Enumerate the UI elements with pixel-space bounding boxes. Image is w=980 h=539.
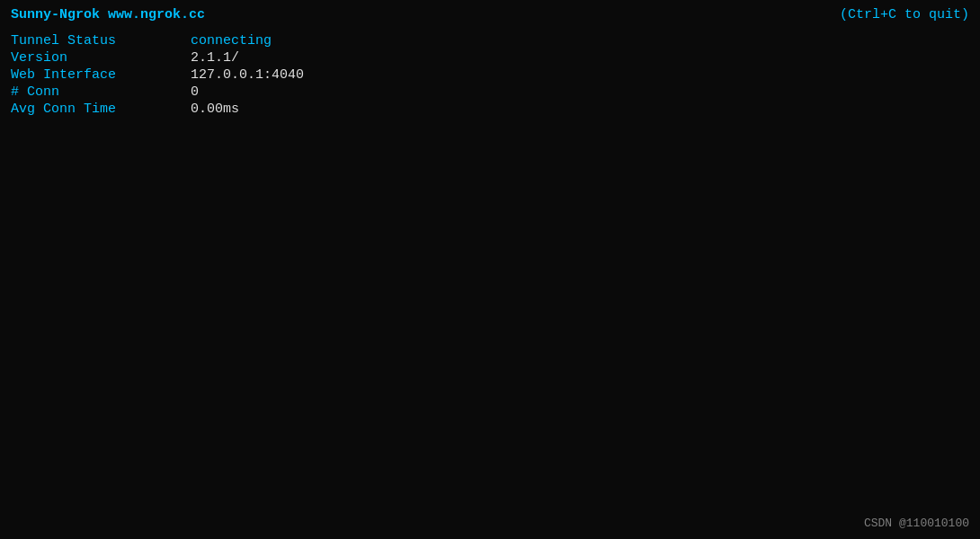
info-table: Tunnel Status connecting Version 2.1.1/ … (11, 33, 304, 119)
terminal-window: Sunny-Ngrok www.ngrok.cc (Ctrl+C to quit… (0, 0, 980, 539)
version-row: Version 2.1.1/ (11, 50, 304, 67)
avg-conn-time-value: 0.00ms (191, 102, 304, 119)
quit-hint: (Ctrl+C to quit) (840, 7, 969, 22)
web-interface-label: Web Interface (11, 67, 191, 84)
tunnel-status-value: connecting (191, 33, 304, 50)
conn-count-row: # Conn 0 (11, 84, 304, 102)
tunnel-status-row: Tunnel Status connecting (11, 33, 304, 50)
version-label: Version (11, 50, 191, 67)
avg-conn-time-row: Avg Conn Time 0.00ms (11, 102, 304, 119)
web-interface-value: 127.0.0.1:4040 (191, 67, 304, 84)
avg-conn-time-label: Avg Conn Time (11, 102, 191, 119)
header-row: Sunny-Ngrok www.ngrok.cc (Ctrl+C to quit… (11, 7, 969, 22)
conn-count-value: 0 (191, 84, 304, 102)
footer-text: CSDN @110010100 (864, 517, 969, 530)
footer: CSDN @110010100 (864, 517, 969, 530)
tunnel-status-label: Tunnel Status (11, 33, 191, 50)
web-interface-row: Web Interface 127.0.0.1:4040 (11, 67, 304, 84)
conn-count-label: # Conn (11, 84, 191, 102)
app-title: Sunny-Ngrok www.ngrok.cc (11, 7, 205, 22)
version-value: 2.1.1/ (191, 50, 304, 67)
